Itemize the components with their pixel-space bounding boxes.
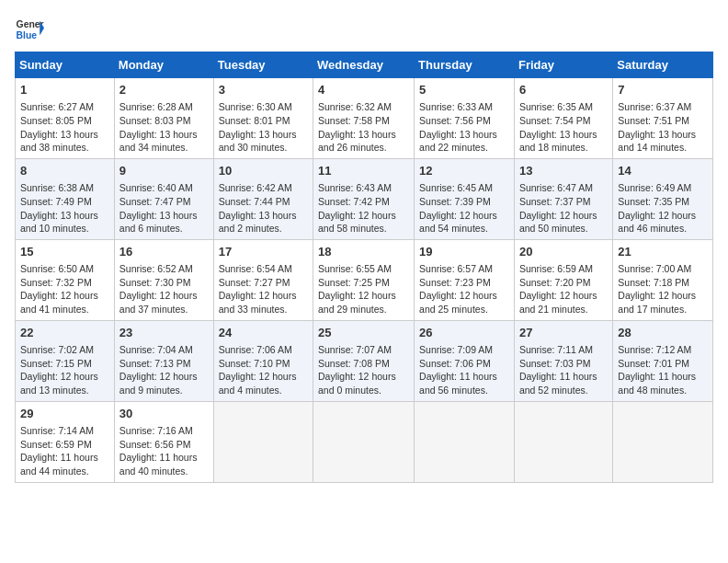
- sunset-text: Sunset: 7:54 PM: [519, 115, 591, 126]
- week-row-5: 29 Sunrise: 7:14 AM Sunset: 6:59 PM Dayl…: [16, 401, 713, 482]
- logo: General Blue: [15, 15, 44, 44]
- daylight-text: Daylight: 12 hours and 0 minutes.: [318, 371, 396, 396]
- daylight-text: Daylight: 11 hours and 44 minutes.: [20, 452, 98, 477]
- sunrise-text: Sunrise: 6:47 AM: [519, 182, 593, 193]
- day-number: 4: [318, 82, 409, 98]
- calendar-cell: 6 Sunrise: 6:35 AM Sunset: 7:54 PM Dayli…: [514, 78, 612, 159]
- calendar-cell: 26 Sunrise: 7:09 AM Sunset: 7:06 PM Dayl…: [415, 320, 515, 401]
- calendar-cell: 3 Sunrise: 6:30 AM Sunset: 8:01 PM Dayli…: [213, 78, 313, 159]
- sunset-text: Sunset: 7:25 PM: [318, 277, 390, 288]
- day-number: 27: [519, 325, 608, 341]
- sunset-text: Sunset: 6:59 PM: [20, 439, 92, 450]
- sunrise-text: Sunrise: 7:04 AM: [119, 344, 193, 355]
- daylight-text: Daylight: 12 hours and 13 minutes.: [20, 371, 98, 396]
- sunrise-text: Sunrise: 6:37 AM: [618, 101, 691, 112]
- daylight-text: Daylight: 12 hours and 17 minutes.: [618, 290, 696, 315]
- daylight-text: Daylight: 12 hours and 50 minutes.: [519, 210, 597, 235]
- day-number: 7: [618, 82, 708, 98]
- calendar-cell: 28 Sunrise: 7:12 AM Sunset: 7:01 PM Dayl…: [613, 320, 713, 401]
- calendar-cell: 21 Sunrise: 7:00 AM Sunset: 7:18 PM Dayl…: [613, 239, 713, 320]
- sunset-text: Sunset: 7:51 PM: [618, 115, 689, 126]
- daylight-text: Daylight: 13 hours and 26 minutes.: [318, 129, 396, 154]
- calendar-cell: 18 Sunrise: 6:55 AM Sunset: 7:25 PM Dayl…: [313, 239, 415, 320]
- sunset-text: Sunset: 7:10 PM: [219, 358, 290, 369]
- daylight-text: Daylight: 12 hours and 54 minutes.: [419, 210, 497, 235]
- day-number: 12: [419, 163, 509, 179]
- day-number: 1: [20, 82, 109, 98]
- sunrise-text: Sunrise: 6:49 AM: [618, 182, 691, 193]
- sunrise-text: Sunrise: 6:40 AM: [119, 182, 193, 193]
- day-number: 30: [119, 406, 209, 422]
- day-number: 17: [219, 244, 308, 260]
- sunset-text: Sunset: 7:13 PM: [119, 358, 191, 369]
- sunrise-text: Sunrise: 7:06 AM: [219, 344, 292, 355]
- weekday-header-friday: Friday: [514, 52, 612, 78]
- sunrise-text: Sunrise: 6:45 AM: [419, 182, 493, 193]
- sunrise-text: Sunrise: 6:35 AM: [519, 101, 593, 112]
- calendar-cell: 22 Sunrise: 7:02 AM Sunset: 7:15 PM Dayl…: [16, 320, 115, 401]
- sunrise-text: Sunrise: 6:54 AM: [219, 263, 292, 274]
- sunrise-text: Sunrise: 6:55 AM: [318, 263, 392, 274]
- day-number: 16: [119, 244, 209, 260]
- sunset-text: Sunset: 7:01 PM: [618, 358, 689, 369]
- calendar-cell: 24 Sunrise: 7:06 AM Sunset: 7:10 PM Dayl…: [213, 320, 313, 401]
- daylight-text: Daylight: 12 hours and 33 minutes.: [219, 290, 297, 315]
- day-number: 14: [618, 163, 708, 179]
- weekday-header-row: SundayMondayTuesdayWednesdayThursdayFrid…: [16, 52, 713, 78]
- calendar-cell: 7 Sunrise: 6:37 AM Sunset: 7:51 PM Dayli…: [613, 78, 713, 159]
- day-number: 3: [219, 82, 308, 98]
- sunrise-text: Sunrise: 7:12 AM: [618, 344, 691, 355]
- calendar-cell: 1 Sunrise: 6:27 AM Sunset: 8:05 PM Dayli…: [16, 78, 115, 159]
- week-row-2: 8 Sunrise: 6:38 AM Sunset: 7:49 PM Dayli…: [16, 158, 713, 239]
- daylight-text: Daylight: 13 hours and 10 minutes.: [20, 210, 98, 235]
- calendar-cell: 15 Sunrise: 6:50 AM Sunset: 7:32 PM Dayl…: [16, 239, 115, 320]
- sunset-text: Sunset: 7:23 PM: [419, 277, 491, 288]
- header: General Blue: [15, 15, 713, 44]
- sunset-text: Sunset: 7:56 PM: [419, 115, 491, 126]
- week-row-4: 22 Sunrise: 7:02 AM Sunset: 7:15 PM Dayl…: [16, 320, 713, 401]
- calendar-cell: 5 Sunrise: 6:33 AM Sunset: 7:56 PM Dayli…: [415, 78, 515, 159]
- sunrise-text: Sunrise: 7:14 AM: [20, 425, 94, 436]
- daylight-text: Daylight: 13 hours and 22 minutes.: [419, 129, 497, 154]
- calendar-cell: 8 Sunrise: 6:38 AM Sunset: 7:49 PM Dayli…: [16, 158, 115, 239]
- day-number: 19: [419, 244, 509, 260]
- sunrise-text: Sunrise: 7:02 AM: [20, 344, 94, 355]
- sunset-text: Sunset: 7:39 PM: [419, 196, 491, 207]
- day-number: 24: [219, 325, 308, 341]
- calendar-cell: 14 Sunrise: 6:49 AM Sunset: 7:35 PM Dayl…: [613, 158, 713, 239]
- sunset-text: Sunset: 8:01 PM: [219, 115, 290, 126]
- sunset-text: Sunset: 7:03 PM: [519, 358, 591, 369]
- day-number: 29: [20, 406, 109, 422]
- sunset-text: Sunset: 8:03 PM: [119, 115, 191, 126]
- daylight-text: Daylight: 12 hours and 25 minutes.: [419, 290, 497, 315]
- daylight-text: Daylight: 13 hours and 30 minutes.: [219, 129, 297, 154]
- calendar-cell: 13 Sunrise: 6:47 AM Sunset: 7:37 PM Dayl…: [514, 158, 612, 239]
- sunset-text: Sunset: 7:35 PM: [618, 196, 689, 207]
- sunrise-text: Sunrise: 6:28 AM: [119, 101, 193, 112]
- calendar-cell: 10 Sunrise: 6:42 AM Sunset: 7:44 PM Dayl…: [213, 158, 313, 239]
- day-number: 15: [20, 244, 109, 260]
- day-number: 13: [519, 163, 608, 179]
- sunrise-text: Sunrise: 6:30 AM: [219, 101, 292, 112]
- daylight-text: Daylight: 12 hours and 58 minutes.: [318, 210, 396, 235]
- sunrise-text: Sunrise: 6:27 AM: [20, 101, 94, 112]
- calendar-cell: 29 Sunrise: 7:14 AM Sunset: 6:59 PM Dayl…: [16, 401, 115, 482]
- daylight-text: Daylight: 13 hours and 34 minutes.: [119, 129, 198, 154]
- calendar-cell: [313, 401, 415, 482]
- sunrise-text: Sunrise: 6:42 AM: [219, 182, 292, 193]
- daylight-text: Daylight: 12 hours and 29 minutes.: [318, 290, 396, 315]
- day-number: 21: [618, 244, 708, 260]
- calendar-table: SundayMondayTuesdayWednesdayThursdayFrid…: [15, 52, 713, 483]
- weekday-header-saturday: Saturday: [613, 52, 713, 78]
- weekday-header-sunday: Sunday: [16, 52, 115, 78]
- sunset-text: Sunset: 7:58 PM: [318, 115, 390, 126]
- sunset-text: Sunset: 7:06 PM: [419, 358, 491, 369]
- calendar-cell: 27 Sunrise: 7:11 AM Sunset: 7:03 PM Dayl…: [514, 320, 612, 401]
- daylight-text: Daylight: 11 hours and 52 minutes.: [519, 371, 597, 396]
- daylight-text: Daylight: 11 hours and 56 minutes.: [419, 371, 497, 396]
- day-number: 5: [419, 82, 509, 98]
- daylight-text: Daylight: 12 hours and 46 minutes.: [618, 210, 696, 235]
- day-number: 10: [219, 163, 308, 179]
- sunrise-text: Sunrise: 7:16 AM: [119, 425, 193, 436]
- sunset-text: Sunset: 7:30 PM: [119, 277, 191, 288]
